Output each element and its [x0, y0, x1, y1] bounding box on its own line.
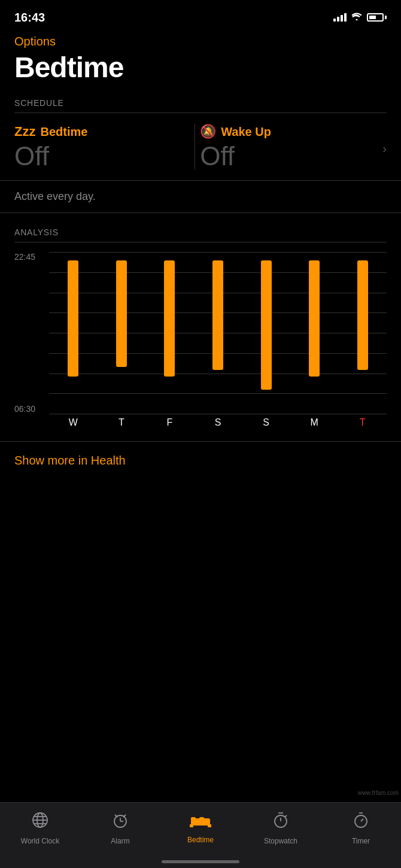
bar-column — [290, 252, 339, 414]
tab-bar: World Clock Alarm Bedtime Stopwatch Time… — [0, 802, 401, 868]
sleep-bar — [68, 260, 78, 377]
chart-x-labels: WTFSSMT — [49, 414, 387, 432]
svg-rect-13 — [190, 824, 193, 827]
sleep-bar — [212, 260, 223, 371]
x-day-label: F — [145, 417, 194, 428]
bar-column — [145, 252, 194, 414]
bar-column — [242, 252, 290, 414]
bedtime-item[interactable]: Zzz Bedtime Off — [14, 124, 190, 169]
schedule-row[interactable]: Zzz Bedtime Off 🔕 Wake Up Off › — [0, 113, 401, 181]
bell-slash-icon: 🔕 — [200, 124, 216, 139]
x-day-label: M — [290, 417, 339, 428]
sleep-chart: 22:45 06:30 WTFSSMT — [0, 242, 401, 441]
wakeup-label: Wake Up — [221, 125, 271, 139]
x-day-label: T — [98, 417, 146, 428]
stopwatch-icon — [272, 811, 290, 833]
options-button[interactable]: Options — [14, 35, 56, 48]
signal-icon — [333, 13, 347, 22]
y-label-bottom: 06:30 — [14, 404, 44, 414]
bar-column — [49, 252, 98, 414]
sleep-bar — [164, 260, 175, 377]
page-title: Bedtime — [14, 51, 387, 84]
show-more-button[interactable]: Show more in Health — [14, 454, 126, 468]
bar-column — [194, 252, 242, 414]
timer-icon — [352, 811, 370, 833]
show-more-section: Show more in Health — [0, 441, 401, 479]
wakeup-item[interactable]: 🔕 Wake Up Off — [200, 124, 375, 169]
home-indicator — [162, 860, 239, 863]
x-day-label: S — [242, 417, 290, 428]
x-day-label: S — [194, 417, 242, 428]
bedtime-value: Off — [14, 143, 190, 169]
chart-area: 22:45 06:30 WTFSSMT — [14, 252, 387, 432]
svg-line-20 — [361, 819, 363, 821]
tab-item-timer[interactable]: Timer — [321, 809, 401, 845]
chart-y-labels: 22:45 06:30 — [14, 252, 44, 414]
chevron-right-icon: › — [382, 142, 387, 156]
svg-rect-14 — [208, 824, 211, 827]
world-clock-tab-label: World Clock — [21, 837, 59, 845]
tab-item-bedtime[interactable]: Bedtime — [160, 809, 241, 844]
timer-tab-label: Timer — [352, 837, 370, 845]
svg-rect-11 — [191, 817, 196, 820]
tab-item-stopwatch[interactable]: Stopwatch — [241, 809, 321, 845]
svg-rect-12 — [199, 817, 204, 820]
svg-line-18 — [285, 815, 287, 817]
y-label-top: 22:45 — [14, 252, 44, 262]
sleep-bar — [116, 260, 127, 367]
wifi-icon — [351, 12, 362, 23]
x-day-label: W — [49, 417, 98, 428]
sleep-bar — [309, 260, 320, 377]
tab-item-alarm[interactable]: Alarm — [80, 809, 160, 845]
tab-item-world-clock[interactable]: World Clock — [0, 809, 80, 845]
watermark: www.frfam.com — [358, 790, 399, 796]
sleep-bar — [261, 260, 272, 390]
header: Options Bedtime — [0, 30, 401, 84]
schedule-section-label: SCHEDULE — [0, 84, 401, 113]
bedtime-icon — [190, 811, 211, 832]
alarm-tab-label: Alarm — [111, 837, 129, 845]
active-text: Active every day. — [0, 181, 401, 213]
wakeup-value: Off — [200, 143, 375, 169]
bedtime-tab-label: Bedtime — [187, 836, 214, 844]
status-icons — [333, 12, 387, 23]
bedtime-label: Bedtime — [40, 125, 87, 139]
status-time: 16:43 — [14, 11, 45, 25]
bar-column — [338, 252, 387, 414]
sleep-bar — [357, 260, 368, 371]
world-clock-icon — [31, 811, 49, 833]
battery-icon — [367, 13, 387, 22]
bar-column — [98, 252, 146, 414]
status-bar: 16:43 — [0, 0, 401, 30]
schedule-inner-divider — [195, 124, 195, 169]
stopwatch-tab-label: Stopwatch — [264, 837, 297, 845]
analysis-section-label: ANALYSIS — [0, 213, 401, 242]
zzz-icon: Zzz — [14, 124, 35, 139]
alarm-icon — [111, 811, 129, 833]
x-day-label: T — [338, 417, 387, 428]
chart-bars — [49, 252, 387, 414]
